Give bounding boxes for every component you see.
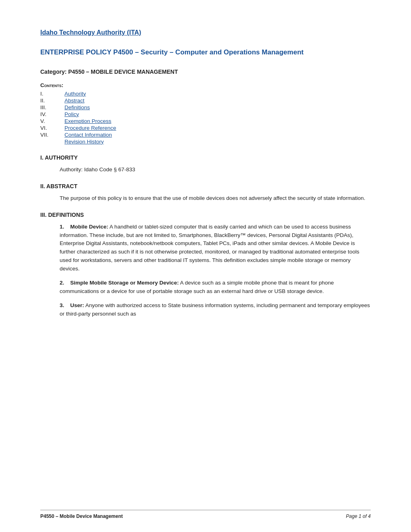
- toc-link-policy[interactable]: Policy: [64, 111, 79, 117]
- toc-link-procedure[interactable]: Procedure Reference: [64, 125, 116, 131]
- def-body-1: A handheld or tablet-sized computer that…: [60, 224, 359, 272]
- toc-link-authority[interactable]: Authority: [64, 91, 86, 97]
- def-num-1: 1.: [60, 224, 64, 230]
- section-abstract-heading: II. ABSTRACT: [40, 183, 371, 189]
- table-of-contents: Contents: I. Authority II. Abstract III.…: [40, 82, 371, 145]
- toc-link-definitions[interactable]: Definitions: [64, 104, 90, 110]
- category-line: Category: P4550 – MOBILE DEVICE MANAGEME…: [40, 69, 371, 75]
- toc-num-5: V.: [40, 118, 64, 124]
- section-definitions-heading: III. DEFINITIONS: [40, 212, 371, 218]
- def-term-2: Simple Mobile Storage or Memory Device:: [70, 280, 179, 286]
- toc-num-8: [40, 139, 64, 145]
- toc-item: IV. Policy: [40, 111, 371, 117]
- toc-num-7: VII.: [40, 132, 64, 138]
- page: Idaho Technology Authority (ITA) ENTERPR…: [0, 0, 411, 532]
- page-footer: P4550 – Mobile Device Management Page 1 …: [40, 510, 371, 519]
- toc-item: VI. Procedure Reference: [40, 125, 371, 131]
- section-authority-body: Authority: Idaho Code § 67-833: [60, 166, 371, 174]
- toc-item: II. Abstract: [40, 98, 371, 104]
- def-num-3: 3.: [60, 302, 64, 308]
- definition-item-1: 1. Mobile Device: A handheld or tablet-s…: [60, 223, 371, 274]
- toc-item: V. Exemption Process: [40, 118, 371, 124]
- definition-item-3: 3. User: Anyone with authorized access t…: [60, 301, 371, 318]
- footer-right: Page 1 of 4: [346, 513, 371, 519]
- toc-num-4: IV.: [40, 111, 64, 117]
- section-abstract-body: The purpose of this policy is to ensure …: [60, 194, 371, 203]
- def-term-1: Mobile Device:: [70, 224, 108, 230]
- footer-left: P4550 – Mobile Device Management: [40, 513, 123, 519]
- section-authority-heading: I. AUTHORITY: [40, 154, 371, 161]
- def-term-3: User:: [70, 302, 84, 308]
- toc-item: III. Definitions: [40, 104, 371, 110]
- toc-item: VII. Contact Information: [40, 132, 371, 138]
- toc-item: I. Authority: [40, 91, 371, 97]
- toc-link-exemption[interactable]: Exemption Process: [64, 118, 111, 124]
- toc-link-abstract[interactable]: Abstract: [64, 98, 85, 104]
- org-title[interactable]: Idaho Technology Authority (ITA): [40, 29, 371, 36]
- toc-num-1: I.: [40, 91, 64, 97]
- policy-title: ENTERPRISE POLICY P4500 – Security – Com…: [40, 48, 371, 57]
- toc-item: Revision History: [40, 139, 371, 145]
- toc-link-revision[interactable]: Revision History: [64, 139, 104, 145]
- toc-label: Contents:: [40, 82, 371, 88]
- toc-num-2: II.: [40, 98, 64, 104]
- toc-num-6: VI.: [40, 125, 64, 131]
- def-num-2: 2.: [60, 280, 64, 286]
- toc-link-contact[interactable]: Contact Information: [64, 132, 112, 138]
- definition-item-2: 2. Simple Mobile Storage or Memory Devic…: [60, 279, 371, 296]
- toc-num-3: III.: [40, 104, 64, 110]
- def-body-3: Anyone with authorized access to State b…: [60, 302, 370, 317]
